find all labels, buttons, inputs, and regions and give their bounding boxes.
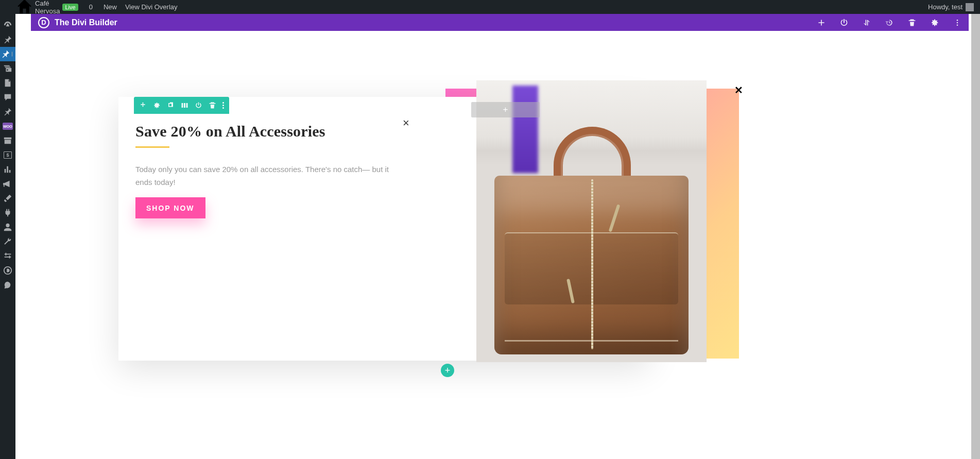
menu-payments[interactable]: $ [0,148,15,162]
woo-icon: WOO [3,123,13,130]
popup-outer-close-icon[interactable]: ✕ [734,84,743,96]
avatar [966,3,974,11]
menu-pages[interactable] [0,76,15,90]
media-icon [3,64,12,73]
wrench-icon [3,237,12,246]
menu-collapse[interactable] [0,278,15,292]
product-image [476,80,707,362]
comments-menu[interactable]: 0 [82,0,97,14]
popup-heading: Save 20% on All Accessories [135,123,325,140]
home-icon [16,0,32,15]
live-badge: Live [62,4,78,11]
page-icon [3,78,12,88]
history-icon[interactable] [885,19,893,27]
swap-icon[interactable] [863,19,871,27]
menu-products[interactable] [0,133,15,148]
menu-divi[interactable] [0,263,15,278]
popup-close-icon[interactable]: × [403,116,409,130]
divi-logo-icon: D [38,17,49,28]
popup-body-text: Today only you can save 20% on all acces… [135,163,393,189]
menu-settings[interactable] [0,249,15,263]
menu-pin-active[interactable] [0,47,15,61]
divi-builder-bar: D The Divi Builder [31,14,969,31]
move-icon[interactable] [139,101,147,109]
svg-point-4 [957,24,958,26]
plug-icon [3,208,12,217]
plus-icon: + [503,105,508,115]
dashboard-icon [3,21,12,30]
menu-woocommerce[interactable]: WOO [0,119,15,133]
view-divi-overlay-menu[interactable]: View Divi Overlay [121,0,182,14]
add-icon[interactable] [817,19,826,27]
megaphone-icon [3,179,12,189]
archive-icon [3,136,12,145]
wp-logo-menu[interactable] [4,0,12,14]
popup-section: ✕ × Save 20% on All Accessories Today on… [118,89,736,362]
row-toolbar [134,97,229,114]
pin-icon [3,35,12,44]
plus-icon: + [445,365,451,376]
menu-tools[interactable] [0,234,15,249]
power-icon[interactable] [195,101,202,109]
menu-pin-1[interactable] [0,32,15,47]
divi-bar-title: The Divi Builder [55,18,117,27]
menu-comments[interactable] [0,90,15,105]
comments-count: 0 [89,3,93,11]
user-icon [3,223,12,232]
svg-point-3 [957,22,958,23]
pin-icon [3,107,12,116]
gear-icon[interactable] [153,101,161,109]
new-label: New [104,3,117,11]
menu-appearance[interactable] [0,191,15,206]
scrollbar[interactable] [971,14,980,459]
wp-admin-bar: Café Nervosa Live 0 New View Divi Overla… [0,0,980,14]
view-overlay-label: View Divi Overlay [125,3,178,11]
more-vert-icon[interactable] [953,19,961,27]
brush-icon [3,194,12,203]
svg-point-2 [957,19,958,21]
page-area: ✕ × Save 20% on All Accessories Today on… [31,31,969,459]
sliders-icon [3,251,12,261]
site-name-label: Café Nervosa [35,0,60,15]
more-vert-icon[interactable] [222,102,224,109]
dollar-box-icon: $ [4,151,12,159]
menu-dashboard[interactable] [0,18,15,32]
divi-d-icon [3,266,12,275]
new-content-menu[interactable]: New [97,0,121,14]
menu-plugins[interactable] [0,206,15,220]
gear-icon[interactable] [931,19,939,27]
trash-icon[interactable] [209,101,216,109]
trash-icon[interactable] [908,19,916,27]
comment-icon [3,93,12,102]
add-section-button[interactable]: + [441,364,454,377]
builder-canvas: D The Divi Builder [15,14,980,459]
columns-icon[interactable] [181,101,188,109]
heading-divider [135,146,169,148]
power-icon[interactable] [840,19,848,27]
shop-now-button[interactable]: Shop Now [135,197,205,218]
pin-icon [1,49,10,59]
menu-analytics[interactable] [0,162,15,177]
menu-users[interactable] [0,220,15,234]
greeting-label: Howdy, test [928,3,962,11]
site-name-menu[interactable]: Café Nervosa Live [12,0,82,14]
menu-pin-2[interactable] [0,105,15,119]
svg-rect-1 [844,19,845,22]
account-menu[interactable]: Howdy, test [928,3,976,11]
speech-icon [3,280,12,290]
bars-icon [3,165,12,174]
add-module-button[interactable]: + [471,102,540,117]
menu-media[interactable] [0,61,15,76]
wp-side-menu: WOO $ [0,14,15,459]
menu-marketing[interactable] [0,177,15,191]
duplicate-icon[interactable] [167,101,175,109]
